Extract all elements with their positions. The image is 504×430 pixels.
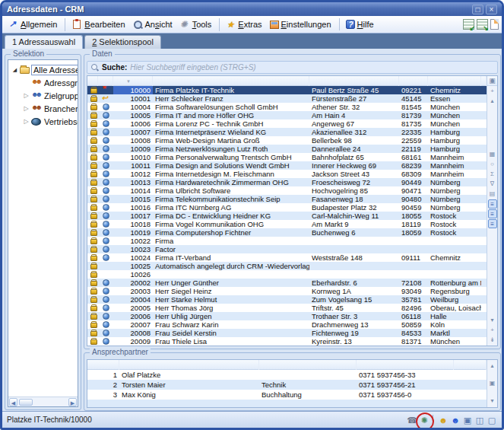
table-row[interactable]: 20005 Herr Thomas Jörg Triftstr. 45 8249… (87, 304, 487, 312)
grid-filter-icon[interactable]: ∇ (488, 180, 497, 189)
scroll-left-icon[interactable]: ◀ (9, 398, 17, 406)
table-row[interactable]: 20002 Herr Unger Günther Eberhardstr. 6 … (87, 279, 487, 287)
table-row[interactable]: 20008 Frau Seidel Kerstin Fichtenweg 19 … (87, 329, 487, 337)
table-row[interactable]: 10013 Firma Hardwaretechnik Zimmerman OH… (87, 178, 487, 186)
column-header[interactable] (98, 76, 113, 86)
table-row[interactable]: 10009 Firma Netzwerklösungen Lutz Roth D… (87, 145, 487, 153)
scroll-up-icon[interactable]: ▴ (488, 97, 497, 106)
table-row[interactable]: 10026 (87, 270, 487, 279)
scroll-bottom-icon[interactable]: ↡ (488, 336, 497, 345)
scroll-right-icon[interactable]: ▶ (68, 398, 77, 406)
add-row-bottom-icon[interactable]: + (488, 326, 497, 335)
table-row[interactable]: 10015 Firma Telekommunikationstechnik Se… (87, 195, 487, 203)
tab[interactable]: 2 Selektionspool (84, 35, 161, 49)
column-header[interactable] (87, 76, 98, 86)
table-row[interactable]: 10004 Firma Softwarelösungen Scholl GmbH… (87, 103, 487, 111)
contacts-scroll-down-icon[interactable]: ▾ (488, 397, 497, 406)
search-bar[interactable]: Suche: (87, 61, 498, 74)
menu-item[interactable]: Einstellungen (267, 18, 340, 30)
contacts-column-header[interactable] (119, 360, 259, 370)
table-row[interactable]: 10016 Firma ITC Nürnberg AG Budapester P… (87, 203, 487, 212)
contacts-grid-icon[interactable]: ▣ (488, 379, 497, 388)
contacts-blue-icon[interactable]: ☻ (450, 415, 461, 425)
window-grid-icon[interactable]: ▣ (462, 415, 473, 425)
column-header[interactable] (153, 76, 309, 86)
grid-view2-icon[interactable]: ≡ (488, 209, 497, 218)
column-header[interactable] (481, 76, 487, 86)
search-input[interactable] (130, 63, 494, 72)
title-bar[interactable]: Adressdaten - CRM □ × (2, 2, 502, 16)
table-row[interactable]: 10012 Firma Internetdesign M. Fleischman… (87, 170, 487, 178)
grid-edit-icon[interactable]: ▦ (488, 150, 497, 159)
tree-item[interactable]: Branchen (8, 102, 78, 115)
column-header[interactable] (399, 76, 428, 86)
table-row[interactable]: 20009 Frau Thiele Lisa Kyreinstr. 13 813… (87, 337, 487, 346)
scroll-down-icon[interactable]: ▾ (488, 316, 497, 325)
contacts-scroll-up-icon[interactable]: ▴ (488, 362, 497, 371)
expand-arrow-icon[interactable] (23, 92, 30, 99)
table-row[interactable]: 10023 Factor (87, 245, 487, 253)
menu-item[interactable]: Tools (177, 18, 220, 31)
column-header[interactable] (309, 76, 399, 86)
table-row[interactable]: 20003 Herr Siegel Heinz Kornweg 1A 93049… (87, 287, 487, 295)
grid-view3-icon[interactable]: ≡ (488, 219, 497, 228)
scrollbar-thumb[interactable] (19, 399, 33, 406)
table-row[interactable]: 10017 Firma DC - Entwicklung Heidner KG … (87, 212, 487, 220)
menu-item[interactable]: Hilfe (343, 18, 379, 30)
scroll-top-icon[interactable]: ↟ (488, 77, 497, 86)
tree-item[interactable]: Zielgruppen (8, 89, 78, 102)
menu-item[interactable]: Bearbeiten (68, 18, 129, 30)
table-row[interactable]: 10025 Automatisch angelegt durch CRM -Wi… (87, 262, 487, 270)
table-row[interactable]: 10018 Firma Vogel Kommunikation OHG Am M… (87, 220, 487, 228)
expand-arrow-icon[interactable] (23, 118, 30, 125)
phone-icon[interactable]: ☎ (407, 415, 417, 425)
contacts-gold-icon[interactable]: ☻ (438, 415, 449, 425)
sync-settings-icon-red-circled[interactable]: ✺ (419, 415, 430, 425)
table-row[interactable]: 20007 Frau Schwarz Karin Drachmenweg 13 … (87, 320, 487, 329)
toolbar-icon[interactable] (463, 19, 474, 30)
contact-row[interactable]: 2 Torsten Maier Technik 0371 5937456-21 (87, 380, 487, 390)
column-header[interactable] (113, 76, 153, 86)
contact-row[interactable]: 3 Max König Buchhaltung 0371 5937456-0 (87, 390, 487, 400)
expand-arrow-icon[interactable] (11, 66, 18, 73)
close-button[interactable]: × (486, 5, 497, 14)
menu-item[interactable]: Extras (223, 18, 266, 31)
grid-copy-icon[interactable]: ▤ (488, 190, 497, 199)
table-row[interactable]: 10010 Firma Personalverwaltung Trentsch … (87, 153, 487, 161)
add-row-icon[interactable]: + (488, 87, 497, 96)
toolbar-icon[interactable] (477, 19, 488, 30)
table-row[interactable]: 10001 Herr Schlecker Franz Fürstenstraße… (87, 94, 487, 103)
grid-view1-icon[interactable]: ≡ (488, 199, 497, 209)
horizontal-scrollbar[interactable]: ◀ ▶ (8, 397, 78, 406)
restore-button[interactable]: □ (472, 5, 483, 14)
table-row[interactable]: 20004 Herr Starke Helmut Zum Vogelsang 1… (87, 295, 487, 304)
table-row[interactable]: 10006 Firma Lorenz PC - Technik GmbH Ang… (87, 119, 487, 128)
tree-item[interactable]: Vertriebsgebiete (8, 115, 78, 128)
table-row[interactable]: 10024 Firma IT-Verband Weststraße 148 09… (87, 253, 487, 262)
grid-sum-icon[interactable]: Σ (488, 170, 497, 179)
table-row[interactable]: 10019 Firma Computershop Fichtner Buchen… (87, 228, 487, 237)
tab[interactable]: 1 Adressauswahl (5, 35, 83, 49)
table-row[interactable]: 10008 Firma Web-Design Martina Groß Bell… (87, 136, 487, 145)
toolbar-icon[interactable] (490, 19, 499, 30)
tree-item[interactable]: Adressgruppen (8, 76, 78, 89)
table-row[interactable]: 10011 Firma Design and Solutions Wendt G… (87, 161, 487, 170)
contacts-column-header[interactable] (357, 360, 454, 370)
contacts-column-header[interactable] (259, 360, 357, 370)
contact-row[interactable]: 1 Olaf Platzke 0371 5937456-33 (87, 370, 487, 380)
menu-item[interactable]: Ansicht (130, 18, 177, 31)
window-blank-icon[interactable]: ▢ (487, 415, 497, 425)
grid-search-icon[interactable]: ○ (488, 160, 497, 169)
window-split-icon[interactable]: ◫ (474, 415, 485, 425)
contacts-column-header[interactable] (454, 360, 487, 370)
table-row[interactable]: 20006 Herr Uhlig Jürgen Trothaer Str. 3 … (87, 312, 487, 320)
menu-item[interactable]: Allgemein (5, 18, 65, 31)
column-header[interactable] (428, 76, 481, 86)
expand-arrow-icon[interactable] (23, 105, 30, 112)
table-row[interactable]: 10007 Firma Internetpräsenz Wieland KG A… (87, 128, 487, 136)
tree-item[interactable]: Alle Adressen (8, 63, 78, 76)
table-row[interactable]: 10005 Firma IT and more Höfler OHG Am Ha… (87, 111, 487, 119)
table-row[interactable]: 10022 Firma (87, 237, 487, 245)
contacts-column-header[interactable] (87, 360, 119, 370)
contacts-new-row[interactable] (87, 400, 487, 407)
